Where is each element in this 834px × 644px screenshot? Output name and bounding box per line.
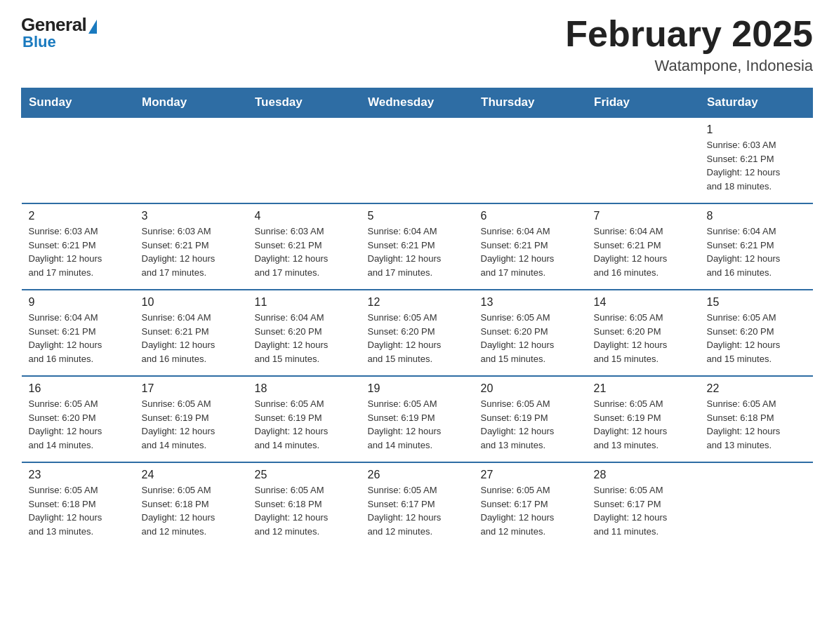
- day-cell: 17Sunrise: 6:05 AMSunset: 6:19 PMDayligh…: [135, 376, 248, 462]
- day-info: Sunrise: 6:05 AMSunset: 6:18 PMDaylight:…: [142, 483, 241, 538]
- day-info: Sunrise: 6:03 AMSunset: 6:21 PMDaylight:…: [707, 138, 806, 193]
- day-cell: 8Sunrise: 6:04 AMSunset: 6:21 PMDaylight…: [700, 203, 813, 290]
- day-cell: 9Sunrise: 6:04 AMSunset: 6:21 PMDaylight…: [22, 290, 135, 376]
- day-cell: [361, 117, 474, 203]
- day-info: Sunrise: 6:05 AMSunset: 6:20 PMDaylight:…: [594, 311, 693, 365]
- day-info: Sunrise: 6:05 AMSunset: 6:18 PMDaylight:…: [707, 397, 806, 452]
- day-number: 13: [481, 296, 580, 309]
- header-cell-thursday: Thursday: [474, 88, 587, 118]
- day-number: 18: [255, 382, 354, 395]
- day-info: Sunrise: 6:04 AMSunset: 6:21 PMDaylight:…: [142, 311, 241, 365]
- day-info: Sunrise: 6:04 AMSunset: 6:21 PMDaylight:…: [29, 311, 128, 365]
- week-row-4: 16Sunrise: 6:05 AMSunset: 6:20 PMDayligh…: [22, 376, 813, 462]
- day-cell: 10Sunrise: 6:04 AMSunset: 6:21 PMDayligh…: [135, 290, 248, 376]
- day-cell: 1Sunrise: 6:03 AMSunset: 6:21 PMDaylight…: [700, 117, 813, 203]
- week-row-3: 9Sunrise: 6:04 AMSunset: 6:21 PMDaylight…: [22, 290, 813, 376]
- day-number: 1: [707, 123, 806, 136]
- day-info: Sunrise: 6:05 AMSunset: 6:17 PMDaylight:…: [481, 483, 580, 538]
- header-cell-friday: Friday: [587, 88, 700, 118]
- week-row-1: 1Sunrise: 6:03 AMSunset: 6:21 PMDaylight…: [22, 117, 813, 203]
- day-cell: 22Sunrise: 6:05 AMSunset: 6:18 PMDayligh…: [700, 376, 813, 462]
- day-cell: 13Sunrise: 6:05 AMSunset: 6:20 PMDayligh…: [474, 290, 587, 376]
- day-cell: 27Sunrise: 6:05 AMSunset: 6:17 PMDayligh…: [474, 462, 587, 548]
- header-cell-tuesday: Tuesday: [248, 88, 361, 118]
- calendar-title: February 2025: [565, 14, 813, 54]
- day-cell: 21Sunrise: 6:05 AMSunset: 6:19 PMDayligh…: [587, 376, 700, 462]
- day-cell: 4Sunrise: 6:03 AMSunset: 6:21 PMDaylight…: [248, 203, 361, 290]
- day-number: 5: [368, 210, 467, 222]
- day-number: 23: [29, 469, 128, 481]
- calendar-table: SundayMondayTuesdayWednesdayThursdayFrid…: [21, 88, 813, 548]
- logo: General Blue: [21, 14, 97, 51]
- week-row-2: 2Sunrise: 6:03 AMSunset: 6:21 PMDaylight…: [22, 203, 813, 290]
- day-number: 26: [368, 469, 467, 481]
- day-cell: 5Sunrise: 6:04 AMSunset: 6:21 PMDaylight…: [361, 203, 474, 290]
- day-info: Sunrise: 6:04 AMSunset: 6:21 PMDaylight:…: [368, 224, 467, 279]
- day-info: Sunrise: 6:05 AMSunset: 6:17 PMDaylight:…: [368, 483, 467, 538]
- day-info: Sunrise: 6:05 AMSunset: 6:20 PMDaylight:…: [707, 311, 806, 365]
- day-cell: 12Sunrise: 6:05 AMSunset: 6:20 PMDayligh…: [361, 290, 474, 376]
- header-cell-wednesday: Wednesday: [361, 88, 474, 118]
- day-info: Sunrise: 6:05 AMSunset: 6:18 PMDaylight:…: [29, 483, 128, 538]
- day-cell: [248, 117, 361, 203]
- day-info: Sunrise: 6:03 AMSunset: 6:21 PMDaylight:…: [255, 224, 354, 279]
- day-info: Sunrise: 6:05 AMSunset: 6:19 PMDaylight:…: [481, 397, 580, 452]
- day-number: 9: [29, 296, 128, 309]
- day-info: Sunrise: 6:04 AMSunset: 6:21 PMDaylight:…: [481, 224, 580, 279]
- day-info: Sunrise: 6:05 AMSunset: 6:19 PMDaylight:…: [142, 397, 241, 452]
- day-cell: [474, 117, 587, 203]
- day-cell: 28Sunrise: 6:05 AMSunset: 6:17 PMDayligh…: [587, 462, 700, 548]
- day-cell: 20Sunrise: 6:05 AMSunset: 6:19 PMDayligh…: [474, 376, 587, 462]
- day-number: 7: [594, 210, 693, 222]
- day-number: 8: [707, 210, 806, 222]
- day-number: 6: [481, 210, 580, 222]
- day-number: 11: [255, 296, 354, 309]
- week-row-5: 23Sunrise: 6:05 AMSunset: 6:18 PMDayligh…: [22, 462, 813, 548]
- day-number: 22: [707, 382, 806, 395]
- day-info: Sunrise: 6:05 AMSunset: 6:19 PMDaylight:…: [255, 397, 354, 452]
- header-row: SundayMondayTuesdayWednesdayThursdayFrid…: [22, 88, 813, 118]
- day-cell: 26Sunrise: 6:05 AMSunset: 6:17 PMDayligh…: [361, 462, 474, 548]
- day-cell: 24Sunrise: 6:05 AMSunset: 6:18 PMDayligh…: [135, 462, 248, 548]
- day-number: 16: [29, 382, 128, 395]
- calendar-subtitle: Watampone, Indonesia: [565, 57, 813, 75]
- day-cell: 19Sunrise: 6:05 AMSunset: 6:19 PMDayligh…: [361, 376, 474, 462]
- day-number: 15: [707, 296, 806, 309]
- day-cell: [135, 117, 248, 203]
- day-number: 25: [255, 469, 354, 481]
- day-cell: 3Sunrise: 6:03 AMSunset: 6:21 PMDaylight…: [135, 203, 248, 290]
- calendar-header: SundayMondayTuesdayWednesdayThursdayFrid…: [22, 88, 813, 118]
- day-info: Sunrise: 6:03 AMSunset: 6:21 PMDaylight:…: [142, 224, 241, 279]
- day-info: Sunrise: 6:04 AMSunset: 6:21 PMDaylight:…: [594, 224, 693, 279]
- day-info: Sunrise: 6:05 AMSunset: 6:17 PMDaylight:…: [594, 483, 693, 538]
- day-number: 28: [594, 469, 693, 481]
- day-cell: [587, 117, 700, 203]
- day-number: 10: [142, 296, 241, 309]
- page-header: General Blue February 2025 Watampone, In…: [21, 14, 813, 75]
- day-cell: 6Sunrise: 6:04 AMSunset: 6:21 PMDaylight…: [474, 203, 587, 290]
- day-info: Sunrise: 6:05 AMSunset: 6:20 PMDaylight:…: [29, 397, 128, 452]
- day-cell: [700, 462, 813, 548]
- calendar-body: 1Sunrise: 6:03 AMSunset: 6:21 PMDaylight…: [22, 117, 813, 548]
- day-cell: 23Sunrise: 6:05 AMSunset: 6:18 PMDayligh…: [22, 462, 135, 548]
- day-number: 14: [594, 296, 693, 309]
- day-cell: 11Sunrise: 6:04 AMSunset: 6:20 PMDayligh…: [248, 290, 361, 376]
- title-block: February 2025 Watampone, Indonesia: [565, 14, 813, 75]
- day-info: Sunrise: 6:05 AMSunset: 6:19 PMDaylight:…: [368, 397, 467, 452]
- day-cell: 16Sunrise: 6:05 AMSunset: 6:20 PMDayligh…: [22, 376, 135, 462]
- day-info: Sunrise: 6:05 AMSunset: 6:19 PMDaylight:…: [594, 397, 693, 452]
- day-number: 12: [368, 296, 467, 309]
- day-number: 24: [142, 469, 241, 481]
- day-info: Sunrise: 6:03 AMSunset: 6:21 PMDaylight:…: [29, 224, 128, 279]
- day-info: Sunrise: 6:04 AMSunset: 6:20 PMDaylight:…: [255, 311, 354, 365]
- logo-blue-text: Blue: [22, 33, 56, 51]
- logo-triangle-icon: [88, 20, 97, 34]
- day-number: 4: [255, 210, 354, 222]
- day-cell: 18Sunrise: 6:05 AMSunset: 6:19 PMDayligh…: [248, 376, 361, 462]
- header-cell-monday: Monday: [135, 88, 248, 118]
- day-number: 17: [142, 382, 241, 395]
- day-info: Sunrise: 6:04 AMSunset: 6:21 PMDaylight:…: [707, 224, 806, 279]
- day-number: 3: [142, 210, 241, 222]
- day-cell: 14Sunrise: 6:05 AMSunset: 6:20 PMDayligh…: [587, 290, 700, 376]
- day-info: Sunrise: 6:05 AMSunset: 6:18 PMDaylight:…: [255, 483, 354, 538]
